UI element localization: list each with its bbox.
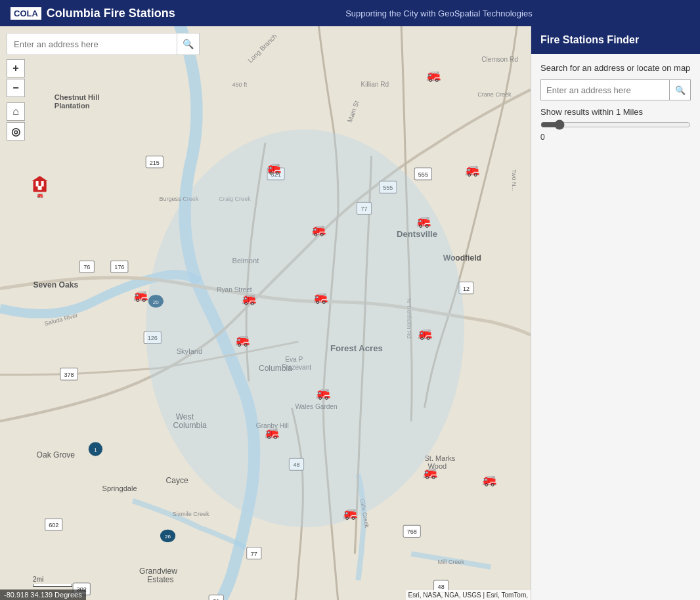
svg-text:Crane Creek: Crane Creek [477,91,512,98]
slider-value: 0 [540,133,691,142]
panel-header: Fire Stations Finder [531,26,700,54]
svg-text:Springdale: Springdale [102,484,137,492]
header-subtitle: Supporting the City with GeoSpatial Tech… [345,9,533,18]
svg-rect-82 [41,181,44,186]
svg-text:Mill Creek: Mill Creek [438,559,465,565]
fire-station-6[interactable]: 🚒 [311,223,326,237]
map-controls: + − ⌂ ◎ [7,59,25,140]
svg-rect-83 [38,186,42,190]
logo-area: COLA Columbia Fire Stations [11,7,175,20]
fire-station-9[interactable]: 🚒 [313,290,328,305]
fire-station-10[interactable]: 🚒 [418,326,433,341]
fire-station-5[interactable]: 🚒 [416,214,431,228]
svg-text:🚒: 🚒 [311,223,326,237]
svg-text:🚒: 🚒 [265,425,280,440]
panel-title: Fire Stations Finder [540,34,639,45]
svg-text:🚒: 🚒 [343,506,358,521]
svg-text:Sixmile Creek: Sixmile Creek [173,511,209,517]
svg-text:🚒: 🚒 [423,465,438,480]
scale-label: 2mi [33,576,43,583]
scale-line [33,584,72,587]
svg-text:Plantation: Plantation [55,102,90,110]
miles-slider[interactable] [540,119,691,130]
zoom-out-button[interactable]: − [7,79,25,97]
panel-search-row: 🔍 [540,79,691,100]
svg-text:26: 26 [165,534,171,540]
svg-text:Two N...: Two N... [511,169,517,191]
fire-station-11[interactable]: 🚒 [235,333,250,347]
main-content: 🔍 + − ⌂ ◎ [0,26,700,600]
svg-text:555: 555 [418,171,428,178]
svg-text:🚒: 🚒 [416,214,431,228]
map-search-input[interactable] [7,33,177,55]
svg-text:🚒: 🚒 [133,288,148,303]
svg-text:12: 12 [463,286,470,292]
locate-button[interactable]: ◎ [7,122,25,140]
map-search-bar: 🔍 [7,33,200,55]
logo: COLA [11,7,41,20]
svg-text:🚒: 🚒 [267,161,282,175]
fire-station-4[interactable]: 🚒 [465,163,480,177]
fire-station-15[interactable]: 🚒 [482,473,497,487]
home-button[interactable]: ⌂ [7,102,25,121]
fire-station-14[interactable]: 🚒 [423,465,438,480]
svg-point-79 [146,129,464,527]
zoom-in-button[interactable]: + [7,59,25,77]
results-label: Show results within 1 Miles [540,107,691,117]
svg-text:St. Marks: St. Marks [424,454,455,462]
map-search-button[interactable]: 🔍 [177,33,200,55]
svg-text:🚒: 🚒 [313,290,328,305]
svg-text:🚒: 🚒 [482,473,497,487]
svg-text:48: 48 [438,584,445,590]
fire-station-8[interactable]: 🚒 [242,291,257,306]
svg-text:Estates: Estates [147,575,173,584]
svg-text:🚒: 🚒 [37,192,44,199]
svg-text:1: 1 [94,447,97,453]
svg-text:768: 768 [407,528,417,535]
scale-bar: 2mi [33,576,72,587]
right-panel: Fire Stations Finder Search for an addre… [531,26,700,600]
fire-station-7[interactable]: 🚒 [133,288,148,303]
fire-station-16[interactable]: 🚒 [343,506,358,521]
map-container[interactable]: 🔍 + − ⌂ ◎ [0,26,531,600]
svg-text:77: 77 [251,551,257,557]
slider-container: Show results within 1 Miles 0 [540,107,691,142]
svg-text:🚒: 🚒 [426,68,441,83]
svg-text:378: 378 [64,372,74,378]
coordinates-text: -80.918 34.139 Degrees [4,591,82,599]
svg-text:Cayce: Cayce [166,476,189,485]
svg-text:🚒: 🚒 [242,291,257,306]
svg-text:Chestnut Hill: Chestnut Hill [55,93,100,101]
coordinates-bar: -80.918 34.139 Degrees [0,589,86,600]
svg-text:🚒: 🚒 [235,333,250,347]
fire-station-2[interactable]: 🚒 [267,161,282,175]
panel-search-button[interactable]: 🔍 [670,79,691,100]
map-svg: 215 321 176 76 20 126 555 555 77 [0,26,531,600]
fire-station-3[interactable]: 🚒 [426,68,441,83]
app-header: COLA Columbia Fire Stations Supporting t… [0,0,700,26]
svg-text:Seven Oaks: Seven Oaks [33,280,79,289]
panel-body: Search for an address or locate on map 🔍… [531,54,700,151]
svg-text:Grandview: Grandview [139,567,177,576]
svg-text:Killian Rd: Killian Rd [361,81,389,88]
svg-text:🚒: 🚒 [418,326,433,341]
map-attribution: Esri, NASA, NGA, USGS | Esri, TomTom, [406,590,531,600]
svg-text:Clemson Rd: Clemson Rd [481,56,518,63]
svg-text:🚒: 🚒 [465,163,480,177]
svg-text:450 ft: 450 ft [232,81,248,88]
svg-text:Oak Grove: Oak Grove [37,450,76,460]
panel-search-input[interactable] [540,79,670,100]
svg-text:215: 215 [150,160,160,166]
svg-text:176: 176 [114,264,124,270]
svg-text:🚒: 🚒 [316,386,331,400]
panel-search-label: Search for an address or locate on map [540,63,691,73]
svg-text:76: 76 [83,264,90,270]
svg-text:602: 602 [49,522,58,528]
svg-rect-81 [36,181,39,186]
fire-station-13[interactable]: 🚒 [265,425,280,440]
fire-station-12[interactable]: 🚒 [316,386,331,400]
app-title: Columbia Fire Stations [47,7,175,20]
